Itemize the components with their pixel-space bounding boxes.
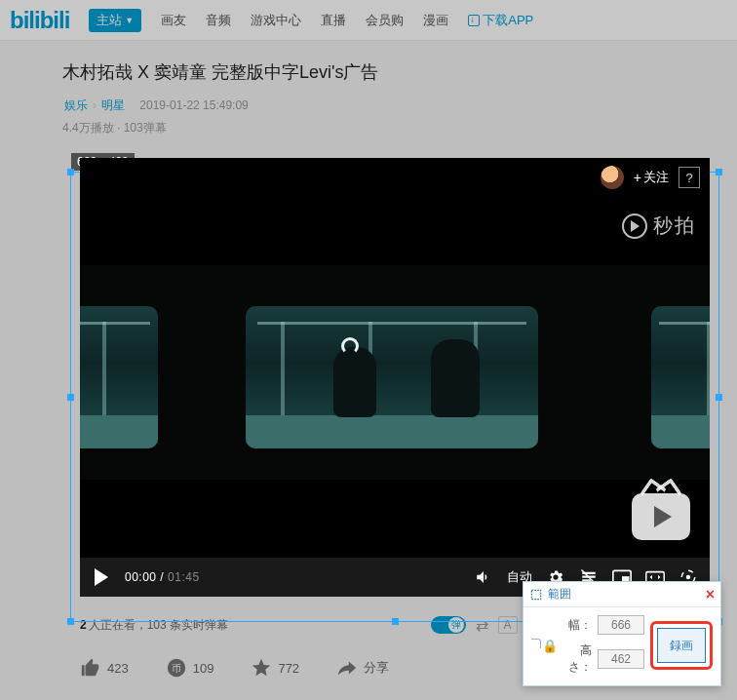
coin-button[interactable]: 币109: [166, 657, 214, 679]
subcategory-link[interactable]: 明星: [101, 98, 125, 112]
capture-panel-title: 範囲: [548, 586, 706, 603]
svg-rect-6: [531, 590, 540, 599]
favorite-button[interactable]: 772: [251, 657, 299, 679]
watermark: 秒拍: [622, 213, 696, 239]
resize-handle-ml[interactable]: [67, 394, 74, 401]
width-input[interactable]: [598, 615, 644, 635]
watermark-icon: [622, 214, 647, 239]
crop-icon: [529, 588, 543, 602]
resize-handle-bm[interactable]: [392, 618, 399, 625]
follow-button[interactable]: 关注: [634, 169, 669, 186]
nav-item-live[interactable]: 直播: [321, 12, 346, 29]
share-label: 分享: [364, 659, 389, 677]
width-label: 幅：: [564, 617, 592, 634]
nav-item-game[interactable]: 游戏中心: [251, 12, 301, 29]
time-current: 00:00: [125, 570, 157, 584]
height-input[interactable]: [598, 649, 644, 669]
nav-item-shop[interactable]: 会员购: [366, 12, 404, 29]
favorite-count: 772: [278, 661, 299, 676]
capture-panel-header: 範囲 ×: [524, 582, 720, 607]
scene-window-mid: [246, 306, 538, 448]
resize-handle-tl[interactable]: [67, 169, 74, 175]
close-icon[interactable]: ×: [706, 588, 715, 602]
resize-handle-bl[interactable]: [67, 618, 74, 625]
player-top-overlay: 关注 ?: [601, 166, 700, 189]
capture-panel: 範囲 × 幅： 🔒 録画 高さ：: [523, 581, 721, 686]
scene-window-left: [80, 306, 158, 448]
nav-item-manga[interactable]: 漫画: [423, 12, 448, 29]
time-display: 00:00 / 01:45: [125, 570, 200, 584]
share-button[interactable]: 分享: [336, 657, 389, 679]
video-date: 2019-01-22 15:49:09: [139, 98, 248, 112]
nav-item-audio[interactable]: 音频: [206, 12, 231, 29]
video-meta-category: 娱乐›明星 2019-01-22 15:49:09: [62, 97, 675, 114]
nav-home[interactable]: 主站▼: [89, 9, 141, 32]
record-button-highlight: 録画: [650, 621, 713, 670]
category-link[interactable]: 娱乐: [64, 98, 88, 112]
watermark-text: 秒拍: [653, 213, 696, 239]
svg-point-3: [686, 575, 691, 580]
big-play-icon[interactable]: [632, 493, 690, 540]
nav-download-label: 下载APP: [483, 12, 533, 29]
aspect-lock[interactable]: 🔒: [531, 639, 559, 653]
time-total: 01:45: [168, 570, 200, 584]
lock-icon: 🔒: [542, 639, 558, 653]
video-meta-stats: 4.4万播放 · 103弹幕: [62, 120, 675, 136]
play-button[interactable]: [92, 567, 111, 587]
scene-window-right: [651, 306, 710, 448]
volume-icon[interactable]: [474, 567, 493, 587]
video-title: 木村拓哉 X 窦靖童 完整版中字Levi's广告: [62, 60, 675, 84]
height-label: 高さ：: [564, 642, 592, 676]
like-count: 423: [107, 661, 129, 676]
record-button[interactable]: 録画: [657, 628, 706, 663]
nav-item-huayou[interactable]: 画友: [161, 12, 186, 29]
download-icon: [468, 15, 480, 26]
site-logo[interactable]: bilibili: [10, 7, 69, 34]
uploader-avatar[interactable]: [601, 166, 624, 189]
top-nav: bilibili 主站▼ 画友 音频 游戏中心 直播 会员购 漫画 下载APP: [0, 0, 737, 41]
chevron-down-icon: ▼: [125, 16, 134, 25]
video-player[interactable]: 关注 ? 秒拍 00:00 / 01:45: [80, 158, 710, 597]
video-frame: [80, 265, 710, 480]
capture-panel-body: 幅： 🔒 録画 高さ：: [524, 607, 720, 685]
resize-handle-tr[interactable]: [716, 169, 722, 175]
resize-handle-mr[interactable]: [716, 394, 722, 401]
coin-count: 109: [193, 661, 214, 676]
nav-home-label: 主站: [97, 12, 122, 29]
help-button[interactable]: ?: [679, 167, 700, 188]
like-button[interactable]: 423: [80, 657, 129, 679]
svg-text:币: 币: [172, 663, 181, 674]
nav-download-app[interactable]: 下载APP: [468, 12, 533, 29]
